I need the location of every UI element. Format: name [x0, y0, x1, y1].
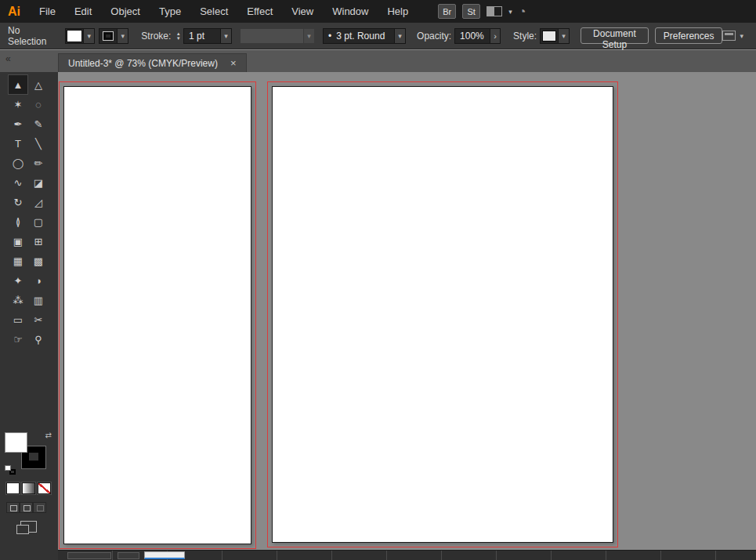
- artboard-1-page[interactable]: [63, 86, 251, 544]
- fill-color-indicator[interactable]: [5, 432, 27, 453]
- eyedropper-tool-icon: ✦: [14, 275, 23, 287]
- zoom-tool[interactable]: ⚲: [29, 330, 48, 349]
- slice-tool[interactable]: ✂: [29, 310, 48, 329]
- color-mode-buttons: [6, 482, 51, 494]
- chevron-down-icon: ▾: [88, 32, 92, 40]
- preferences-button[interactable]: Preferences: [655, 27, 723, 44]
- collapse-panel-icon[interactable]: «: [5, 53, 10, 64]
- swap-fill-stroke-icon[interactable]: ⇄: [45, 431, 52, 439]
- artboard-tool-icon: ▭: [13, 314, 23, 326]
- opacity-label[interactable]: Opacity:: [417, 31, 451, 42]
- menu-edit[interactable]: Edit: [65, 0, 101, 23]
- default-fill-swatch: [5, 465, 11, 471]
- drawing-mode-buttons: [6, 502, 46, 513]
- free-transform-tool[interactable]: ▢: [29, 212, 48, 231]
- selection-status: No Selection: [8, 25, 46, 47]
- magic-wand-tool[interactable]: ✶: [9, 95, 27, 114]
- eraser-tool-icon: ◪: [34, 177, 43, 189]
- shaper-tool-icon: ∿: [14, 177, 23, 189]
- column-graph-tool[interactable]: ▥: [29, 291, 48, 309]
- menu-type[interactable]: Type: [150, 0, 190, 23]
- main-menu: FileEditObjectTypeSelectEffectViewWindow…: [30, 0, 418, 23]
- chevron-down-icon: ▾: [224, 32, 228, 40]
- gpu-performance-icon[interactable]: ◔: [519, 5, 526, 18]
- graphic-style-dropdown[interactable]: ▾: [540, 28, 570, 44]
- free-transform-tool-icon: ▢: [34, 216, 43, 228]
- shape-builder-tool[interactable]: ▣: [9, 232, 27, 251]
- perspective-grid-tool[interactable]: ⊞: [29, 232, 48, 251]
- artboard-2-bleed-guide: [267, 81, 618, 547]
- shaper-tool[interactable]: ∿: [9, 173, 27, 192]
- status-readout-box: [67, 552, 111, 559]
- stroke-weight-dropdown[interactable]: 1 pt ▾: [183, 28, 232, 44]
- menu-object[interactable]: Object: [101, 0, 150, 23]
- none-button[interactable]: [38, 482, 51, 494]
- eyedropper-tool[interactable]: ✦: [9, 271, 27, 290]
- selection-tool[interactable]: ▲: [9, 75, 27, 94]
- stock-button[interactable]: St: [462, 4, 480, 19]
- symbol-sprayer-tool[interactable]: ⁂: [9, 291, 27, 309]
- rotate-tool[interactable]: ↻: [9, 193, 27, 211]
- menu-select[interactable]: Select: [190, 0, 237, 23]
- menu-help[interactable]: Help: [378, 0, 418, 23]
- document-setup-button[interactable]: Document Setup: [581, 27, 649, 44]
- artboard-tool[interactable]: ▭: [9, 310, 27, 329]
- canvas[interactable]: [58, 72, 756, 550]
- fill-stroke-indicator: ⇄: [5, 431, 53, 475]
- variable-width-profile-dropdown[interactable]: • 3 pt. Round ▾: [323, 28, 406, 44]
- document-tab-bar: « Untitled-3* @ 73% (CMYK/Preview) ×: [0, 50, 756, 72]
- opacity-field[interactable]: 100% ›: [454, 28, 501, 44]
- line-segment-tool-icon: ╲: [35, 138, 42, 150]
- draw-normal-button[interactable]: [6, 502, 20, 513]
- chevron-down-icon: ▾: [398, 32, 402, 40]
- symbol-sprayer-tool-icon: ⁂: [13, 294, 24, 306]
- gradient-button[interactable]: [22, 482, 35, 494]
- draw-behind-button[interactable]: [20, 502, 33, 513]
- workspace-switcher[interactable]: ▾: [722, 31, 743, 41]
- close-icon[interactable]: ×: [230, 58, 237, 68]
- stroke-label: Stroke:: [141, 31, 171, 42]
- menu-file[interactable]: File: [30, 0, 65, 23]
- pen-tool[interactable]: ✒: [9, 114, 27, 133]
- change-screen-mode-button[interactable]: [20, 521, 37, 533]
- gradient-tool[interactable]: ▩: [29, 251, 48, 270]
- mesh-tool[interactable]: ▦: [9, 251, 27, 270]
- direct-selection-tool[interactable]: △: [29, 75, 48, 94]
- paintbrush-tool[interactable]: ✏: [29, 154, 48, 172]
- fill-color-dropdown[interactable]: ▾: [65, 28, 95, 44]
- line-segment-tool[interactable]: ╲: [29, 134, 48, 153]
- stroke-weight-stepper[interactable]: ▴ ▾: [175, 28, 182, 44]
- stroke-color-dropdown[interactable]: ▾: [99, 28, 128, 44]
- artboard-2-page[interactable]: [272, 86, 613, 543]
- lasso-tool[interactable]: ◌: [29, 95, 48, 114]
- fill-swatch: [67, 30, 82, 42]
- type-tool-icon: T: [15, 138, 21, 150]
- chevron-down-icon[interactable]: ▾: [508, 8, 512, 16]
- artboard-1-bleed-guide: [59, 81, 256, 549]
- document-tab[interactable]: Untitled-3* @ 73% (CMYK/Preview) ×: [58, 53, 247, 72]
- color-button[interactable]: [6, 482, 20, 494]
- blend-tool[interactable]: ◑: [29, 271, 48, 290]
- draw-inside-button[interactable]: [33, 502, 46, 513]
- menu-view[interactable]: View: [282, 0, 323, 23]
- control-bar: No Selection ▾ ▾ Stroke: ▴ ▾ 1 pt ▾ ▾ • …: [0, 23, 756, 49]
- curvature-tool[interactable]: ✎: [29, 114, 48, 133]
- hand-tool[interactable]: ☞: [9, 330, 27, 349]
- ellipse-tool-icon: ◯: [13, 157, 24, 169]
- menu-effect[interactable]: Effect: [237, 0, 282, 23]
- arrange-documents-icon[interactable]: [487, 6, 502, 16]
- menubar-right-group: Br St ▾ ◔: [438, 4, 526, 19]
- ellipse-tool[interactable]: ◯: [9, 154, 27, 172]
- mesh-tool-icon: ▦: [13, 255, 23, 267]
- bridge-button[interactable]: Br: [438, 4, 456, 19]
- tools-panel: ▲△✶◌✒✎T╲◯✏∿◪↻◿≬▢▣⊞▦▩✦◑⁂▥▭✂☞⚲ ⇄: [0, 72, 58, 560]
- horizontal-scrollbar-thumb[interactable]: [144, 551, 185, 559]
- scale-tool[interactable]: ◿: [29, 193, 48, 211]
- magic-wand-tool-icon: ✶: [14, 99, 23, 110]
- type-tool[interactable]: T: [9, 134, 27, 153]
- width-tool[interactable]: ≬: [9, 212, 27, 231]
- eraser-tool[interactable]: ◪: [29, 173, 48, 192]
- default-fill-stroke-icon[interactable]: [5, 465, 16, 475]
- document-tab-title: Untitled-3* @ 73% (CMYK/Preview): [68, 58, 218, 69]
- menu-window[interactable]: Window: [323, 0, 378, 23]
